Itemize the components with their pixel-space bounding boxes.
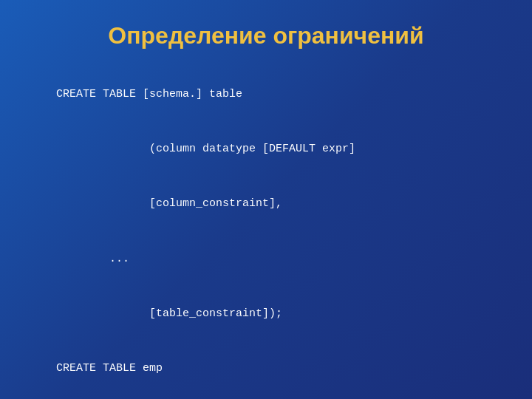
code-line-3: [column_constraint], [56, 197, 282, 210]
code-line-4: ... [56, 253, 129, 265]
slide-title: Определение ограничений [30, 22, 502, 50]
code-block: CREATE TABLE [schema.] table (column dat… [30, 67, 502, 399]
code-line-1: CREATE TABLE [schema.] table [56, 88, 242, 100]
code-line-2: (column datatype [DEFAULT expr] [56, 143, 355, 155]
slide: Определение ограничений CREATE TABLE [sc… [0, 0, 532, 399]
code-line-5: [table_constraint]); [56, 307, 282, 320]
code-line-6: CREATE TABLE emp [56, 362, 163, 375]
